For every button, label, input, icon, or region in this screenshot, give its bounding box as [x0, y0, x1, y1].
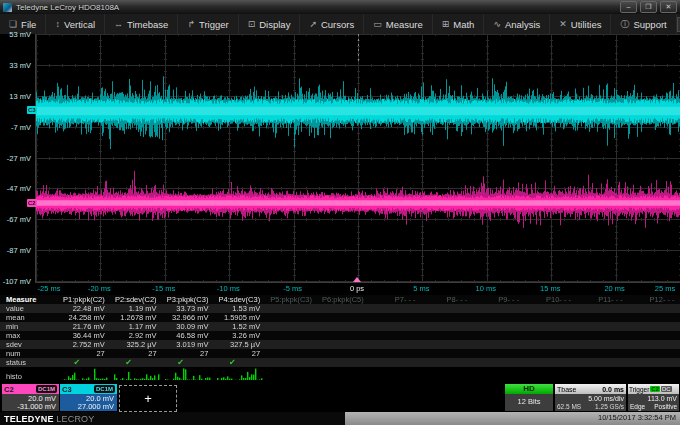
close-button[interactable]: ✕	[660, 1, 677, 13]
timebase-rate: 1.25 GS/s	[595, 403, 624, 411]
trace-position-tag-c2[interactable]: C2	[27, 199, 37, 207]
measure-cell-p12-value	[628, 304, 680, 313]
menu-item-analysis[interactable]: ∿Analysis	[484, 14, 550, 34]
measure-cell-p7-num	[369, 349, 421, 358]
measure-column-header-p11[interactable]: P11- - -	[576, 295, 628, 304]
x-axis-label: 15 ms	[540, 284, 560, 293]
menu-item-label: Utilities	[571, 19, 602, 30]
y-axis-label: -67 mV	[7, 215, 31, 224]
x-axis-label: -25 ms	[38, 284, 61, 293]
histogram-icon	[472, 380, 524, 381]
waveform-canvas[interactable]	[36, 34, 680, 282]
measure-cell-p4-mean: 1.5905 mV	[213, 313, 265, 322]
measure-row-label: value	[0, 304, 58, 313]
measure-column-header-p12[interactable]: P12- - -	[628, 295, 680, 304]
histogram-icon	[317, 380, 369, 381]
menu-item-trigger[interactable]: ↱Trigger	[178, 14, 238, 34]
measure-cell-p3-max: 46.58 mV	[162, 331, 214, 340]
timebase-box[interactable]: Tbase 0.0 ms 5.00 ms/div 62.5 MS 1.25 GS…	[555, 384, 626, 411]
measure-cell-p9-max	[472, 331, 524, 340]
status-check-icon: ✔	[110, 358, 162, 367]
channel-id: C3	[62, 385, 72, 394]
measure-cell-p4-sdev: 327.5 µV	[213, 340, 265, 349]
measure-column-header-p6[interactable]: P6:pkpk(C5)	[317, 295, 369, 304]
measure-cell-p10-min	[524, 322, 576, 331]
x-axis-label: -10 ms	[217, 284, 240, 293]
measure-cell-p5-value	[265, 304, 317, 313]
measure-cell-p11-value	[576, 304, 628, 313]
channel-box-c2[interactable]: C2DC1M20.0 mV-31.000 mV	[2, 384, 59, 411]
window-title: Teledyne LeCroy HDO8108A	[16, 3, 119, 12]
trigger-time-marker-icon[interactable]	[353, 277, 361, 282]
status-check-icon: ✔	[162, 358, 214, 367]
menu-item-utilities[interactable]: ✕Utilities	[550, 14, 611, 34]
analysis-icon: ∿	[493, 19, 501, 29]
measure-cell-p10-max	[524, 331, 576, 340]
histogram-icon	[58, 368, 110, 381]
x-axis-label: 0 ps	[350, 284, 364, 293]
menu-item-display[interactable]: ⊡Display	[239, 14, 301, 34]
menu-item-measure[interactable]: ▭Measure	[364, 14, 432, 34]
support-icon: ⓘ	[620, 18, 629, 31]
trace-position-tag-c3[interactable]: C3	[27, 106, 37, 114]
measure-row: mean24.258 mV1.2678 mV32.966 mV1.5905 mV	[0, 313, 680, 322]
menu-item-cursors[interactable]: ➚Cursors	[300, 14, 364, 34]
measure-cell-p11-sdev	[576, 340, 628, 349]
measure-column-header-p4[interactable]: P4:sdev(C3)	[213, 295, 265, 304]
menu-item-support[interactable]: ⓘSupport	[611, 14, 676, 34]
waveform-display[interactable]	[35, 34, 680, 283]
x-axis-label: -20 ms	[88, 284, 111, 293]
utilities-icon: ✕	[559, 19, 567, 29]
measure-column-header-p7[interactable]: P7- - -	[369, 295, 421, 304]
acquisition-mode-box[interactable]: HD 12 Bits	[505, 384, 553, 411]
measure-cell-p3-value: 33.73 mV	[162, 304, 214, 313]
histogram-icon	[110, 368, 162, 381]
maximize-button[interactable]: ❐	[640, 1, 657, 13]
menu-item-timebase[interactable]: ↔Timebase	[105, 14, 178, 34]
histogram-icon	[162, 368, 214, 381]
minimize-button[interactable]: –	[620, 1, 637, 13]
measure-row: num27272727	[0, 349, 680, 358]
measure-cell-p1-min: 21.76 mV	[58, 322, 110, 331]
measure-column-header-p9[interactable]: P9- - -	[472, 295, 524, 304]
measure-column-header-p8[interactable]: P8- - -	[421, 295, 473, 304]
measure-row: value22.48 mV1.19 mV33.73 mV1.53 mV	[0, 304, 680, 313]
menu-item-label: Math	[453, 19, 474, 30]
measure-cell-p7-mean	[369, 313, 421, 322]
add-channel-button[interactable]: +	[119, 385, 177, 412]
channel-offset: -31.000 mV	[2, 403, 56, 411]
histogram-icon	[628, 380, 680, 381]
y-axis-label: -107 mV	[3, 277, 31, 286]
timestamp: 10/15/2017 3:32:54 PM	[345, 412, 680, 425]
measure-cell-p12-sdev	[628, 340, 680, 349]
measure-cell-p8-mean	[421, 313, 473, 322]
measure-cell-p9-num	[472, 349, 524, 358]
channel-box-c3[interactable]: C3DC1M20.0 mV27.000 mV	[60, 384, 117, 411]
measure-cell-p6-sdev	[317, 340, 369, 349]
y-axis-label: -7 mV	[11, 123, 31, 132]
trigger-box[interactable]: Trigger C2 DC 113.0 mV Edge Positive	[628, 384, 679, 411]
hd-bits-label: 12 Bits	[505, 394, 553, 411]
measure-column-header-p3[interactable]: P3:pkpk(C3)	[162, 295, 214, 304]
measure-cell-p3-sdev: 3.019 mV	[162, 340, 214, 349]
trigger-label: Trigger	[629, 386, 649, 393]
measure-column-header-p5[interactable]: P5:pkpk(C3)	[265, 295, 317, 304]
trigger-icon: ↱	[187, 19, 195, 29]
measure-cell-p9-sdev	[472, 340, 524, 349]
measure-cell-p6-num	[317, 349, 369, 358]
measure-column-header-p2[interactable]: P2:sdev(C2)	[110, 295, 162, 304]
measure-cell-p12-min	[628, 322, 680, 331]
menu-item-label: Measure	[386, 19, 423, 30]
measure-cell-p2-value: 1.19 mV	[110, 304, 162, 313]
measure-cell-p8-max	[421, 331, 473, 340]
menu-item-math[interactable]: ⊞Math	[433, 14, 485, 34]
app-logo-icon	[3, 3, 12, 12]
measure-cell-p9-min	[472, 322, 524, 331]
measure-column-header-p1[interactable]: P1:pkpk(C2)	[58, 295, 110, 304]
menu-item-vertical[interactable]: ↕Vertical	[46, 14, 105, 34]
measure-row-label: min	[0, 322, 58, 331]
measure-column-header-p10[interactable]: P10- - -	[524, 295, 576, 304]
measure-cell-p5-mean	[265, 313, 317, 322]
measure-row: histo	[0, 367, 680, 381]
measure-cell-p10-value	[524, 304, 576, 313]
